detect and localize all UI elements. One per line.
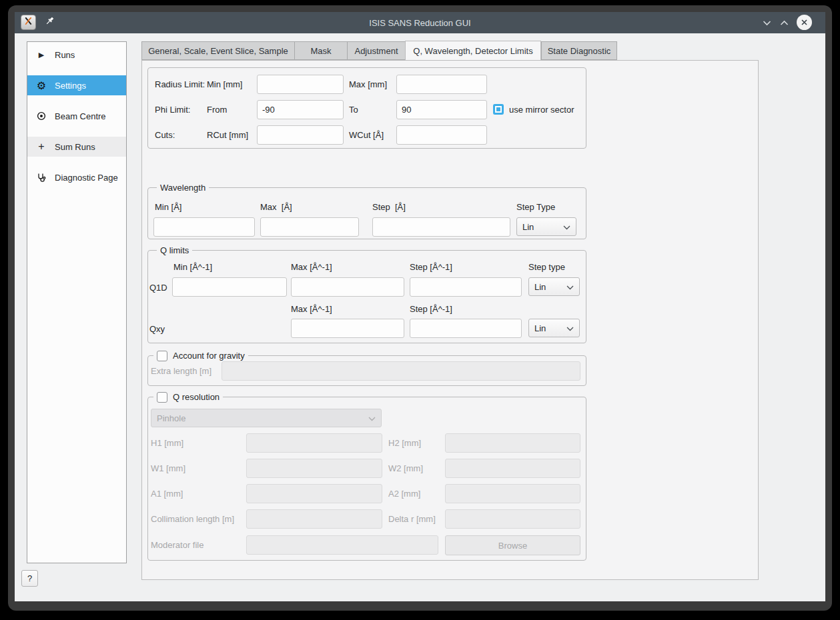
- sidebar-item-label: Sum Runs: [55, 142, 95, 152]
- sidebar-item-beam-centre[interactable]: Beam Centre: [27, 106, 126, 126]
- shade-button[interactable]: [760, 17, 773, 29]
- q1d-step-input[interactable]: [410, 277, 522, 297]
- chevron-up-icon: [780, 17, 789, 29]
- mirror-sector-label: use mirror sector: [509, 105, 574, 115]
- titlebar: ISIS SANS Reduction GUI: [15, 12, 825, 33]
- wavelength-step-input[interactable]: [372, 217, 510, 237]
- delta-r-input: [445, 509, 580, 529]
- collimation-length-input: [246, 509, 382, 529]
- sidebar-item-diagnostic-page[interactable]: Diagnostic Page: [27, 167, 126, 187]
- sidebar: ▶ Runs ⚙ Settings Beam Centre + Sum Runs: [27, 41, 127, 563]
- h1-input: [246, 433, 382, 453]
- sidebar-item-label: Beam Centre: [55, 111, 106, 121]
- tab-state-diagnostic[interactable]: State Diagnostic: [541, 41, 617, 60]
- wavelength-step-type-combobox[interactable]: Lin: [516, 217, 576, 236]
- application-window: ISIS SANS Reduction GUI ▶ Runs ⚙: [0, 0, 840, 620]
- sidebar-item-settings[interactable]: ⚙ Settings: [27, 75, 126, 95]
- moderator-file-input: [246, 535, 438, 555]
- sidebar-item-label: Diagnostic Page: [55, 173, 118, 183]
- play-icon: ▶: [36, 51, 47, 59]
- h2-label: H2 [mm]: [388, 438, 421, 448]
- q1d-step-type-combobox[interactable]: Lin: [528, 277, 580, 296]
- wcut-label: WCut [Å]: [349, 130, 384, 140]
- wavelength-min-input[interactable]: [153, 217, 255, 237]
- chevron-down-icon: [566, 323, 574, 333]
- h1-label: H1 [mm]: [151, 438, 183, 448]
- tab-q-wavelength-detector-limits[interactable]: Q, Wavelength, Detector Limits: [405, 41, 541, 60]
- limits-group: Radius Limit: Min [mm] Max [mm] Phi Limi…: [147, 67, 586, 149]
- wavelength-max-label: Max [Å]: [260, 202, 292, 212]
- browse-button: Browse: [445, 535, 580, 555]
- wavelength-max-input[interactable]: [260, 217, 359, 237]
- tab-adjustment[interactable]: Adjustment: [347, 41, 405, 60]
- gear-icon: ⚙: [36, 79, 47, 92]
- combobox-value: Lin: [534, 323, 546, 333]
- qxy-step-type-combobox[interactable]: Lin: [528, 319, 580, 337]
- window-title: ISIS SANS Reduction GUI: [15, 18, 825, 28]
- tab-mask[interactable]: Mask: [294, 41, 347, 60]
- qxy-max-input[interactable]: [291, 319, 404, 338]
- sidebar-item-label: Runs: [55, 50, 75, 60]
- q1d-max-input[interactable]: [291, 277, 404, 297]
- delta-r-label: Delta r [mm]: [388, 514, 436, 524]
- radius-max-input[interactable]: [396, 75, 487, 94]
- a1-label: A1 [mm]: [151, 489, 183, 499]
- h2-input: [445, 433, 580, 453]
- a2-label: A2 [mm]: [388, 489, 420, 499]
- chevron-down-icon: [563, 222, 570, 232]
- tab-general-scale[interactable]: General, Scale, Event Slice, Sample: [141, 41, 294, 60]
- qxy-step-header: Step [Å^-1]: [410, 304, 452, 314]
- q-resolution-group-title: Q resolution: [173, 391, 220, 403]
- extra-length-input: [222, 361, 580, 381]
- stethoscope-icon: [36, 173, 47, 182]
- sidebar-item-sum-runs[interactable]: + Sum Runs: [27, 137, 126, 157]
- qxy-row-label: Qxy: [149, 324, 165, 334]
- tab-pane: Radius Limit: Min [mm] Max [mm] Phi Limi…: [141, 60, 759, 580]
- q1d-min-header: Min [Å^-1]: [173, 262, 212, 272]
- gravity-group: Account for gravity Extra length [m]: [147, 355, 586, 386]
- w2-label: W2 [mm]: [388, 463, 423, 473]
- cuts-label: Cuts:: [155, 130, 175, 140]
- rcut-input[interactable]: [257, 125, 344, 145]
- phi-to-input[interactable]: [396, 100, 487, 119]
- sidebar-item-runs[interactable]: ▶ Runs: [27, 45, 126, 65]
- q-resolution-checkbox[interactable]: [157, 392, 167, 403]
- mirror-sector-checkbox[interactable]: [493, 104, 504, 115]
- wavelength-group-title: Wavelength: [157, 182, 209, 193]
- moderator-file-label: Moderator file: [151, 540, 203, 550]
- q1d-row-label: Q1D: [149, 283, 167, 293]
- extra-length-label: Extra length [m]: [151, 366, 212, 376]
- close-icon: [801, 17, 808, 29]
- q1d-step-header: Step [Å^-1]: [410, 262, 452, 272]
- chevron-down-icon: [368, 413, 376, 423]
- gravity-checkbox[interactable]: [157, 351, 167, 361]
- q1d-step-type-header: Step type: [528, 262, 565, 272]
- gravity-group-title: Account for gravity: [173, 350, 245, 361]
- radius-min-input[interactable]: [257, 75, 344, 94]
- wcut-input[interactable]: [396, 125, 487, 145]
- q1d-min-input[interactable]: [172, 277, 287, 297]
- wavelength-min-label: Min [Å]: [155, 202, 181, 212]
- close-button[interactable]: [797, 15, 812, 30]
- sidebar-item-label: Settings: [55, 81, 86, 91]
- collimation-length-label: Collimation length [m]: [151, 514, 234, 524]
- combobox-value: Lin: [534, 282, 546, 292]
- phi-from-input[interactable]: [257, 100, 344, 119]
- aperture-shape-combobox: Pinhole: [151, 409, 382, 427]
- radius-limit-label: Radius Limit:: [155, 79, 205, 89]
- maximize-button[interactable]: [777, 17, 791, 29]
- q-limits-group-title: Q limits: [157, 245, 192, 256]
- qxy-step-input[interactable]: [410, 319, 522, 338]
- help-button[interactable]: ?: [21, 570, 38, 587]
- q-limits-group: Q limits Min [Å^-1] Max [Å^-1] Step [Å^-…: [147, 250, 586, 343]
- main-content: ▶ Runs ⚙ Settings Beam Centre + Sum Runs: [15, 33, 825, 601]
- combobox-value: Lin: [522, 222, 534, 232]
- w1-label: W1 [mm]: [151, 463, 185, 473]
- a1-input: [246, 484, 382, 503]
- q-resolution-group: Q resolution Pinhole H1 [mm] H2 [mm] W1 …: [147, 397, 586, 561]
- chevron-down-icon: [763, 17, 771, 29]
- radius-max-label: Max [mm]: [349, 79, 387, 89]
- rcut-label: RCut [mm]: [207, 130, 248, 140]
- radius-min-label: Min [mm]: [207, 79, 242, 89]
- w2-input: [445, 459, 580, 478]
